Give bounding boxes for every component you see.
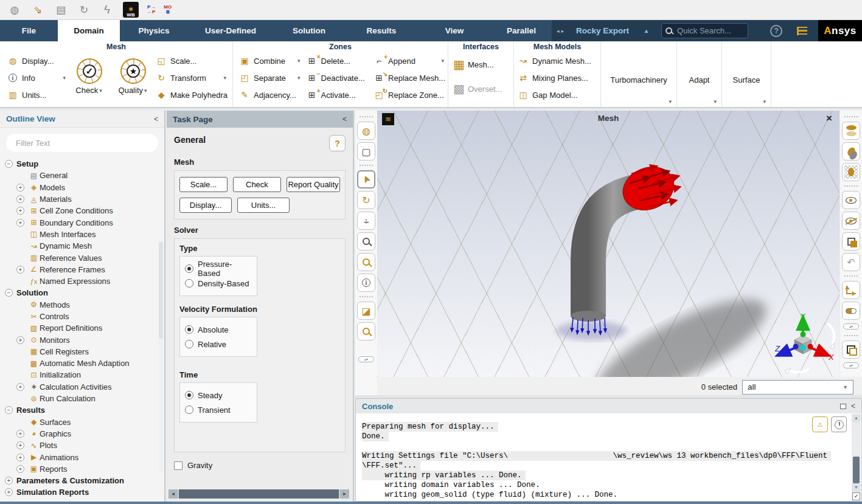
radio-absolute[interactable]: Absolute	[185, 322, 252, 337]
expand-toggle[interactable]: +	[16, 336, 24, 344]
tree-item-setup[interactable]: −Setup	[0, 158, 164, 170]
layout-tool[interactable]	[842, 340, 860, 359]
tree-item-methods[interactable]: Methods	[0, 299, 164, 311]
mixing-planes-button[interactable]: Mixing Planes...	[514, 69, 600, 86]
help-icon[interactable]: ?	[770, 25, 782, 37]
graphics-viewport[interactable]: ≋ Mesh ×	[377, 111, 839, 377]
interfaces-mesh-button[interactable]: Mesh...	[448, 52, 513, 77]
macros-icon[interactable]: MO ≣	[164, 5, 172, 15]
zones-replace-zone-button[interactable]: ↻ Replace Zone...	[371, 86, 448, 103]
mesh-units-button[interactable]: Units...	[5, 86, 69, 103]
quality-caret-icon[interactable]: ▾	[144, 88, 148, 94]
scroll-down-icon[interactable]: ▼	[852, 483, 861, 492]
tree-item-automatic-mesh-adaption[interactable]: Automatic Mesh Adaption	[0, 357, 164, 369]
tab-view[interactable]: View	[418, 20, 491, 41]
ribbon-group-turbomachinery[interactable]: Turbomachinery ▾	[601, 41, 677, 107]
radio-density-based[interactable]: Density-Based	[185, 276, 252, 291]
append-caret-icon[interactable]: ▾	[441, 58, 445, 64]
expand-toggle[interactable]: +	[16, 465, 24, 473]
radio-icon[interactable]	[185, 279, 193, 288]
toolbar-overflow-pill[interactable]: ▴▾	[358, 356, 374, 362]
expand-toggle[interactable]: +	[16, 383, 24, 391]
filter-input[interactable]	[15, 138, 150, 148]
tree-item-surfaces[interactable]: Surfaces	[0, 416, 164, 428]
tree-item-simulation-reports[interactable]: +Simulation Reports	[0, 486, 164, 498]
lights-tool[interactable]: ◪	[357, 302, 375, 320]
tab-user-defined[interactable]: User-Defined	[188, 20, 273, 41]
zones-adjacency-button[interactable]: Adjacency...	[237, 86, 304, 103]
expand-toggle[interactable]: +	[5, 477, 13, 485]
write-case-icon[interactable]: ▤	[54, 2, 68, 17]
search-input[interactable]	[676, 26, 737, 36]
read-case-icon[interactable]: ⇘	[30, 2, 45, 17]
report-quality-button[interactable]: Report Quality	[287, 177, 340, 192]
scale-button[interactable]: Scale...	[179, 177, 228, 192]
expand-toggle[interactable]: +	[16, 219, 24, 227]
tree-item-animations[interactable]: +Animations	[0, 451, 164, 463]
display-button[interactable]: Display...	[179, 198, 232, 213]
radio-icon[interactable]	[185, 264, 193, 273]
tree-item-solution[interactable]: −Solution	[0, 287, 164, 299]
zones-deactivate-button[interactable]: − Deactivate...	[304, 69, 372, 86]
gravity-row[interactable]: Gravity	[174, 461, 346, 470]
surface-style-tool[interactable]	[842, 122, 860, 140]
tree-item-dynamic-mesh[interactable]: Dynamic Mesh	[0, 240, 164, 252]
expand-toggle[interactable]: +	[16, 207, 24, 215]
radio-transient[interactable]: Transient	[185, 402, 252, 417]
toolbar-overflow-pill[interactable]: ▴▾	[843, 362, 859, 368]
show-surfaces-tool[interactable]	[842, 191, 860, 209]
ruler-tool[interactable]	[842, 302, 860, 320]
tree-item-reference-frames[interactable]: +Reference Frames	[0, 264, 164, 275]
tree-item-calculation-activities[interactable]: +Calculation Activities	[0, 381, 164, 393]
expand-toggle[interactable]: +	[16, 441, 24, 449]
tab-parallel[interactable]: Parallel	[491, 20, 552, 41]
transparency-tool[interactable]	[842, 163, 860, 181]
outline-scrollbar[interactable]	[159, 241, 163, 472]
view-box-tool[interactable]: ▢	[357, 142, 375, 161]
outline-filter[interactable]	[6, 134, 158, 152]
undo-view-tool[interactable]: ↶	[842, 253, 860, 271]
tab-scroll-left-icon[interactable]: ◂	[557, 28, 560, 34]
zones-replace-mesh-button[interactable]: ↘ Replace Mesh...	[371, 69, 448, 86]
tree-item-results[interactable]: −Results	[0, 404, 164, 416]
copy-view-tool[interactable]	[842, 232, 860, 250]
dynamic-mesh-button[interactable]: Dynamic Mesh...	[514, 52, 600, 69]
combine-caret-icon[interactable]: ▾	[297, 58, 302, 64]
tree-item-boundary-conditions[interactable]: +Boundary Conditions	[0, 216, 164, 228]
collapse-toggle[interactable]: −	[5, 406, 13, 414]
transform-caret-icon[interactable]: ▾	[223, 75, 228, 81]
scroll-thumb[interactable]	[853, 457, 860, 483]
ribbon-group-surface[interactable]: Surface ▾	[722, 41, 771, 107]
tab-results[interactable]: Results	[345, 20, 418, 41]
expand-toggle[interactable]: +	[16, 430, 24, 438]
info-caret-icon[interactable]: ▾	[63, 75, 68, 81]
tree-item-general[interactable]: General	[0, 170, 164, 181]
tab-file[interactable]: File	[0, 20, 58, 41]
mesh-display-tool[interactable]: ◍	[357, 122, 375, 140]
tree-item-mesh-interfaces[interactable]: Mesh Interfaces	[0, 229, 164, 240]
radio-pressure-based[interactable]: Pressure-Based	[185, 261, 252, 276]
collapse-toggle[interactable]: −	[5, 160, 13, 168]
tab-solution[interactable]: Solution	[273, 20, 345, 41]
tab-domain[interactable]: Domain	[58, 20, 120, 41]
tree-item-controls[interactable]: Controls	[0, 311, 164, 322]
radio-icon[interactable]	[185, 406, 193, 414]
gap-model-button[interactable]: Gap Model...	[514, 86, 600, 103]
scroll-thumb[interactable]	[179, 489, 339, 499]
expand-toggle[interactable]: +	[16, 454, 24, 461]
scroll-left-icon[interactable]: ◄	[169, 489, 178, 499]
expand-toggle[interactable]: +	[16, 184, 24, 192]
show-axes-tool[interactable]	[842, 281, 860, 299]
mesh-check-button[interactable]: Check▾	[69, 57, 109, 107]
autoscroll-checkbox[interactable]: ✓	[852, 492, 860, 500]
console-collapse-icon[interactable]: <	[851, 402, 855, 410]
rotate-view-tool[interactable]: ↻	[357, 191, 375, 209]
zones-separate-button[interactable]: Separate ▾	[237, 69, 304, 86]
console-scrollbar[interactable]: ▲ ▼ ✓	[852, 414, 861, 500]
toolbar-overflow-pill[interactable]: ▴▾	[843, 323, 859, 330]
tree-item-named-expressions[interactable]: Named Expressions	[0, 275, 164, 287]
zoom-in-out-tool[interactable]	[357, 232, 375, 250]
zone-filter-dropdown[interactable]: all ▾	[742, 380, 853, 395]
expand-toggle[interactable]: +	[5, 488, 13, 496]
tree-item-run-calculation[interactable]: Run Calculation	[0, 393, 164, 404]
